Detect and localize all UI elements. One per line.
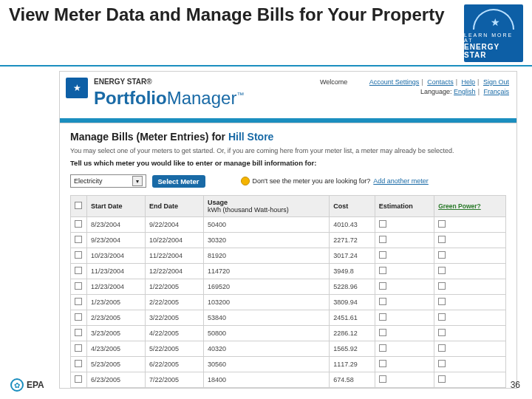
cell-end: 5/22/2005 — [146, 341, 204, 357]
estimation-checkbox[interactable] — [379, 360, 386, 367]
cell-cost: 3949.8 — [330, 264, 375, 279]
epa-flower-icon: ✿ — [10, 378, 24, 392]
table-row: 11/23/200412/22/20041147203949.8 — [71, 264, 506, 279]
slide: View Meter Data and Manage Bills for You… — [0, 0, 532, 399]
lang-english-link[interactable]: English — [454, 88, 476, 95]
row-checkbox[interactable] — [75, 313, 82, 321]
green-checkbox[interactable] — [438, 344, 446, 352]
brand-prefix: Portfolio — [94, 88, 167, 108]
row-checkbox[interactable] — [75, 329, 82, 336]
cell-end: 11/22/2004 — [146, 248, 204, 264]
sign-out-link[interactable]: Sign Out — [483, 78, 509, 86]
estimation-checkbox[interactable] — [379, 251, 386, 259]
estimation-checkbox[interactable] — [379, 344, 386, 352]
cell-end: 7/22/2005 — [146, 372, 204, 388]
cell-end: 4/22/2005 — [146, 326, 204, 341]
green-checkbox[interactable] — [438, 329, 446, 336]
cell-end: 3/22/2005 — [146, 310, 204, 326]
cell-green — [434, 264, 506, 279]
tab-bar-edge — [60, 118, 516, 123]
green-checkbox[interactable] — [438, 375, 446, 383]
app-frame: ★ ENERGY STAR® PortfolioManager™ Welcome… — [59, 71, 517, 389]
cell-end: 6/22/2005 — [146, 357, 204, 372]
row-checkbox[interactable] — [75, 298, 82, 305]
help-link[interactable]: Help — [462, 78, 476, 86]
green-checkbox[interactable] — [438, 313, 446, 321]
row-checkbox[interactable] — [75, 344, 82, 352]
cell-green — [434, 372, 506, 388]
cell-green — [434, 310, 506, 326]
col-cost: Cost — [330, 196, 375, 217]
cell-green — [434, 341, 506, 357]
estimation-checkbox[interactable] — [379, 220, 386, 228]
table-row: 3/23/20054/22/2005508002286.12 — [71, 326, 506, 341]
cell-cost: 1565.92 — [330, 341, 375, 357]
account-settings-link[interactable]: Account Settings — [369, 78, 420, 86]
cell-estimation — [375, 217, 434, 233]
estimation-checkbox[interactable] — [379, 298, 386, 305]
table-row: 8/23/20049/22/2004504004010.43 — [71, 217, 506, 233]
green-checkbox[interactable] — [438, 282, 446, 290]
page-heading: Manage Bills (Meter Entries) for Hill St… — [70, 131, 506, 143]
row-checkbox[interactable] — [75, 236, 82, 243]
cell-start: 8/23/2004 — [87, 217, 146, 233]
meter-type-select[interactable]: Electricity ▾ — [70, 174, 146, 188]
green-checkbox[interactable] — [438, 251, 446, 259]
select-meter-button[interactable]: Select Meter — [152, 175, 205, 188]
estimation-checkbox[interactable] — [379, 329, 386, 336]
cell-cost: 3809.94 — [330, 295, 375, 310]
cell-start: 10/23/2004 — [87, 248, 146, 264]
cell-green — [434, 357, 506, 372]
row-checkbox[interactable] — [75, 282, 82, 290]
brand-suffix: Manager — [167, 88, 237, 108]
estimation-checkbox[interactable] — [379, 375, 386, 383]
lang-francais-link[interactable]: Français — [483, 88, 509, 95]
contacts-link[interactable]: Contacts — [427, 78, 454, 86]
add-meter-link[interactable]: Add another meter — [373, 177, 429, 185]
green-power-link[interactable]: Green Power? — [438, 202, 481, 210]
estimation-checkbox[interactable] — [379, 236, 386, 243]
table-body: 8/23/20049/22/2004504004010.439/23/20041… — [71, 217, 506, 388]
row-checkbox[interactable] — [75, 267, 82, 274]
energy-star-badge: ★ LEARN MORE AT ENERGY STAR — [464, 4, 523, 62]
row-checkbox[interactable] — [75, 251, 82, 259]
cell-green — [434, 279, 506, 295]
title-row: View Meter Data and Manage Bills for You… — [0, 0, 532, 62]
estimation-checkbox[interactable] — [379, 267, 386, 274]
cell-start: 12/23/2004 — [87, 279, 146, 295]
brand-tm: ™ — [236, 91, 244, 99]
cell-estimation — [375, 295, 434, 310]
estimation-checkbox[interactable] — [379, 313, 386, 321]
green-checkbox[interactable] — [438, 267, 446, 274]
cell-end: 10/22/2004 — [146, 233, 204, 248]
row-checkbox[interactable] — [75, 375, 82, 383]
app-header: ★ ENERGY STAR® PortfolioManager™ Welcome… — [60, 72, 516, 123]
table-row: 4/23/20055/22/2005403201565.92 — [71, 341, 506, 357]
green-checkbox[interactable] — [438, 220, 446, 228]
table-row: 9/23/200410/22/2004303202271.72 — [71, 233, 506, 248]
cell-estimation — [375, 310, 434, 326]
row-checkbox[interactable] — [75, 220, 82, 228]
green-checkbox[interactable] — [438, 236, 446, 243]
select-all-checkbox[interactable] — [75, 202, 82, 209]
estimation-checkbox[interactable] — [379, 282, 386, 290]
cell-usage: 40320 — [204, 341, 330, 357]
slide-title: View Meter Data and Manage Bills for You… — [9, 4, 464, 25]
usage-l2: kWh (thousand Watt-hours) — [208, 206, 325, 214]
cell-end: 12/22/2004 — [146, 264, 204, 279]
table-row: 12/23/20041/22/20051695205228.96 — [71, 279, 506, 295]
cell-estimation — [375, 264, 434, 279]
cell-estimation — [375, 233, 434, 248]
row-checkbox[interactable] — [75, 360, 82, 367]
cell-usage: 81920 — [204, 248, 330, 264]
page-subtext: You may select one of your meters to get… — [70, 147, 506, 154]
welcome-label: Welcome — [320, 78, 347, 86]
green-checkbox[interactable] — [438, 360, 446, 367]
green-checkbox[interactable] — [438, 298, 446, 305]
cell-end: 1/22/2005 — [146, 279, 204, 295]
selector-row: Electricity ▾ Select Meter Don't see the… — [70, 174, 506, 188]
cell-green — [434, 326, 506, 341]
col-green: Green Power? — [434, 196, 506, 217]
cell-cost: 2451.61 — [330, 310, 375, 326]
cell-start: 11/23/2004 — [87, 264, 146, 279]
